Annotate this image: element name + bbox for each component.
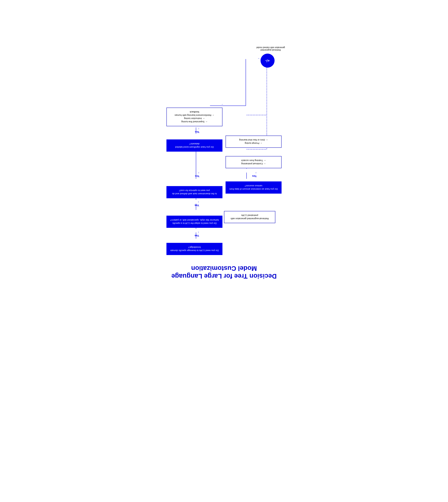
no-label-2: – No → — [207, 217, 215, 220]
yes-label-3: Yes ↓ — [195, 171, 199, 178]
no-label-5: – No → — [207, 141, 215, 144]
yes-label-2: Yes ↓ — [195, 201, 199, 207]
answer-3-node: ← Prompt tuning ← Zero or few shot learn… — [225, 136, 282, 148]
question-1-node: Do you need LLMs to leverage specific do… — [166, 243, 223, 255]
arrow-a4-circle: ← — [221, 103, 223, 106]
circle-label: +/- — [265, 59, 270, 63]
yes-label-1: Yes ↓ — [195, 231, 199, 237]
answer-2-line1: ← Continual pretraining — [229, 162, 278, 165]
page-container: Decision Tree for Large Language Model C… — [154, 6, 294, 280]
no-label-3: – No → — [207, 188, 215, 190]
arrow-to-circle: → — [257, 57, 260, 60]
question-4-text: Do you have an extensive amount of data … — [229, 185, 278, 190]
question-4-node: Do you have an extensive amount of data … — [225, 182, 282, 194]
title-line2: Model Customization — [191, 265, 257, 272]
diagram-canvas: Do you need LLMs to leverage specific do… — [154, 6, 294, 255]
page-title: Decision Tree for Large Language Model C… — [154, 264, 294, 280]
answer-2-line2: ← Training from scratch — [229, 159, 278, 162]
answer-4-line1: ← Supervised fine-tuning — [170, 120, 219, 124]
answer-2-node: ← Continual pretraining ← Training from … — [225, 156, 282, 168]
answer-4-line2: ← Instruction tuning — [170, 117, 219, 120]
title-line1: Decision Tree for Large Language — [171, 273, 277, 280]
yes-label-5: Yes ↓ — [195, 127, 199, 133]
answer-3-line1: ← Prompt tuning — [229, 142, 278, 145]
answer-3-line2: ← Zero or few shot learning — [229, 138, 278, 142]
answer-1-node: Retrieval-augmented generation with pret… — [224, 211, 275, 223]
circle-node: +/- — [261, 54, 274, 68]
answer-1-text: Retrieval-augmented generation with pret… — [231, 214, 269, 220]
answer-4-line3: ← Reinforcement learning with human feed… — [170, 110, 219, 117]
question-1-text: Do you need LLMs to leverage specific do… — [170, 246, 219, 252]
yes-label-4: Yes ↓ — [252, 171, 257, 178]
answer-4-node: ← Supervised fine-tuning ← Instruction t… — [166, 108, 223, 126]
circle-bottom-label: Retrieval-augmented generation with trai… — [255, 46, 286, 51]
